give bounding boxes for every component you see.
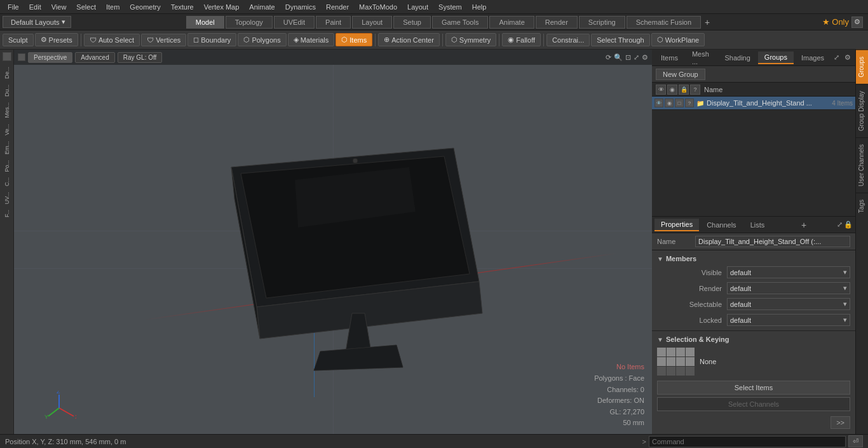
tab-properties[interactable]: Properties (654, 219, 699, 231)
layout-add-button[interactable]: + (705, 17, 710, 27)
sidebar-item-de[interactable]: De... (3, 64, 11, 81)
raygl-button[interactable]: Ray GL: Off (118, 52, 163, 63)
sidebar-item-ve[interactable]: Ve... (3, 121, 11, 138)
boundary-button[interactable]: ◻ Boundary (187, 33, 236, 46)
tab-lists[interactable]: Lists (744, 219, 771, 231)
menu-file[interactable]: File (3, 2, 24, 12)
layout-tab-gametools[interactable]: Game Tools (432, 16, 489, 29)
tab-shading[interactable]: Shading (718, 52, 756, 64)
layout-tab-model[interactable]: Model (186, 16, 224, 29)
menu-dynamics[interactable]: Dynamics (280, 2, 321, 12)
layout-tab-schematic[interactable]: Schematic Fusion (627, 16, 701, 29)
menu-texture[interactable]: Texture (166, 2, 199, 12)
selectable-select[interactable]: default ▾ (727, 298, 850, 310)
sidebar-item-em[interactable]: Em... (3, 139, 11, 157)
falloff-button[interactable]: ◉ Falloff (502, 33, 541, 46)
sidebar-item-uv[interactable]: UV... (3, 189, 11, 207)
zoom-icon[interactable]: 🔍 (614, 53, 623, 62)
advanced-button[interactable]: Advanced (75, 52, 114, 63)
viewport-expand-icon[interactable]: ⤢ (634, 53, 639, 62)
menu-animate[interactable]: Animate (244, 2, 280, 12)
name-input[interactable] (695, 236, 850, 247)
sidebar-item-mes[interactable]: Mes... (3, 100, 11, 121)
items-button[interactable]: ⬡ Items (336, 33, 372, 46)
workplane-button[interactable]: ⬡ WorkPlane (651, 33, 705, 46)
viewport-options-button[interactable] (18, 53, 25, 61)
layout-tab-setup[interactable]: Setup (393, 16, 431, 29)
tab-items[interactable]: Items (654, 52, 684, 64)
sidebar-item-po[interactable]: Po... (3, 158, 11, 175)
settings-header-icon[interactable]: ? (690, 85, 700, 95)
group-eye-icon[interactable]: 👁 (654, 98, 663, 107)
viewport-settings-icon[interactable]: ⚙ (642, 53, 648, 62)
select-through-button[interactable]: Select Through (591, 34, 649, 46)
sidebar-item-c[interactable]: C... (3, 175, 11, 189)
tab-groups[interactable]: Groups (758, 51, 794, 64)
sidebar-item-du[interactable]: Du... (3, 82, 11, 99)
lock-header-icon[interactable]: 🔒 (679, 85, 689, 95)
side-tab-group-display[interactable]: Group Display (856, 84, 868, 137)
menu-edit[interactable]: Edit (24, 2, 46, 12)
tab-images[interactable]: Images (795, 52, 831, 64)
command-submit[interactable]: ⏎ (848, 435, 863, 447)
new-group-button[interactable]: New Group (656, 69, 705, 80)
menu-view[interactable]: View (46, 2, 72, 12)
side-tab-user-channels[interactable]: User Channels (856, 137, 868, 193)
viewport[interactable]: Perspective Advanced Ray GL: Off ⟳ 🔍 ⊡ ⤢… (14, 50, 652, 434)
visible-select[interactable]: default ▾ (727, 266, 850, 278)
render-header-icon[interactable]: ◉ (667, 85, 677, 95)
layout-tab-layout[interactable]: Layout (352, 16, 392, 29)
action-center-button[interactable]: ⊕ Action Center (378, 33, 440, 46)
orient-icon[interactable]: ⟳ (606, 53, 611, 62)
auto-select-button[interactable]: 🛡 Auto Select (84, 34, 140, 46)
menu-select[interactable]: Select (71, 2, 101, 12)
tab-channels[interactable]: Channels (700, 219, 742, 231)
polygons-button[interactable]: ⬡ Polygons (238, 33, 286, 46)
eye-header-icon[interactable]: 👁 (656, 85, 666, 95)
side-tab-tags[interactable]: Tags (856, 193, 868, 219)
menu-item[interactable]: Item (101, 2, 125, 12)
locked-select[interactable]: default ▾ (727, 314, 850, 326)
selection-collapse[interactable]: ▼ (657, 336, 663, 343)
presets-button[interactable]: ⚙ Presets (35, 33, 78, 46)
tab-mesh[interactable]: Mesh ... (686, 48, 717, 67)
menu-vertexmap[interactable]: Vertex Map (199, 2, 245, 12)
props-expand-icon[interactable]: ⤢ (837, 221, 843, 229)
group-settings-icon[interactable]: ? (685, 98, 694, 107)
layout-tab-topology[interactable]: Topology (226, 16, 273, 29)
layout-tab-uvedit[interactable]: UVEdit (274, 16, 315, 29)
sculpt-button[interactable]: Sculpt (3, 34, 34, 46)
panel-expand-icon[interactable]: ⤢ (832, 53, 841, 62)
menu-render[interactable]: Render (321, 2, 354, 12)
materials-button[interactable]: ◈ Materials (288, 33, 335, 46)
render-select[interactable]: default ▾ (727, 282, 850, 294)
sidebar-item-f[interactable]: F... (3, 207, 11, 220)
menu-layout[interactable]: Layout (402, 2, 433, 12)
select-items-button[interactable]: Select Items (657, 381, 850, 395)
side-tab-groups[interactable]: Groups (856, 50, 868, 84)
constraints-button[interactable]: Constrai... (546, 34, 590, 46)
layout-tab-render[interactable]: Render (536, 16, 578, 29)
perspective-button[interactable]: Perspective (28, 52, 72, 63)
symmetry-button[interactable]: ⬡ Symmetry (445, 33, 497, 46)
members-collapse[interactable]: ▼ (657, 255, 663, 262)
star-button[interactable]: ★ Only (822, 17, 849, 27)
menu-help[interactable]: Help (467, 2, 492, 12)
layout-tab-paint[interactable]: Paint (316, 16, 351, 29)
menu-geometry[interactable]: Geometry (125, 2, 165, 12)
group-lock-icon[interactable]: □ (675, 98, 684, 107)
command-input[interactable] (649, 436, 846, 447)
arrow-button[interactable]: >> (831, 416, 850, 429)
props-tab-plus[interactable]: + (797, 220, 810, 230)
group-item[interactable]: 👁 ◉ □ ? 📁 Display_Tilt_and_Height_Stand … (652, 97, 855, 110)
props-lock-icon[interactable]: 🔒 (844, 221, 853, 229)
select-channels-button[interactable]: Select Channels (657, 397, 850, 411)
layout-tab-scripting[interactable]: Scripting (579, 16, 625, 29)
sidebar-toggle[interactable] (3, 52, 11, 61)
viewport-canvas[interactable]: X Y Z No Items Polygons : Face Channels:… (14, 65, 652, 434)
layout-tab-animate[interactable]: Animate (489, 16, 534, 29)
menu-maxtomodo[interactable]: MaxToModo (354, 2, 402, 12)
settings-button[interactable]: ⚙ (851, 17, 863, 28)
vertices-button[interactable]: 🛡 Vertices (141, 34, 186, 46)
frame-icon[interactable]: ⊡ (625, 53, 631, 62)
